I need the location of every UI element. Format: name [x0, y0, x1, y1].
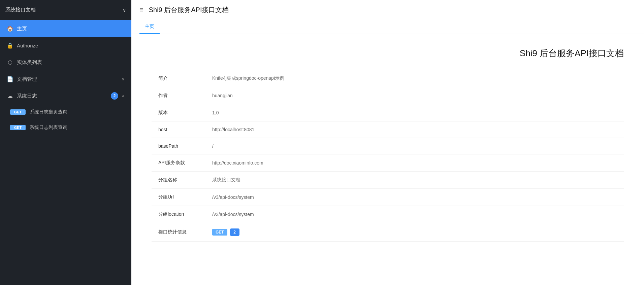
table-row: 分组Url/v3/api-docs/system [152, 189, 624, 206]
info-value: 系统接口文档 [205, 172, 624, 189]
sidebar-subitem-syslog-list[interactable]: GET 系统日志列表查询 [0, 120, 131, 135]
info-key: 分组Url [152, 189, 205, 206]
table-row: 简介Knife4j集成springdoc-openapi示例 [152, 70, 624, 87]
sidebar-item-label: 主页 [17, 26, 125, 32]
cloud-icon: ☁ [7, 93, 13, 99]
table-row: 分组location/v3/api-docs/system [152, 206, 624, 223]
info-key: host [152, 121, 205, 138]
sidebar-item-label: 系统日志 [17, 93, 107, 99]
get-method-badge: GET [10, 125, 26, 130]
info-value: /v3/api-docs/system [205, 189, 624, 206]
get-method-tag: GET [212, 229, 227, 236]
main-title: Shi9 后台服务API接口文档 [149, 5, 229, 14]
info-value: /v3/api-docs/system [205, 206, 624, 223]
chevron-up-icon: ∧ [122, 94, 125, 98]
sidebar-nav: 🏠 主页 🔒 Authorize ⬡ 实体类列表 📄 文档管理 ∨ ☁ 系统日志… [0, 20, 131, 285]
info-value: GET2 [205, 223, 624, 242]
table-row: basePath/ [152, 138, 624, 154]
table-row: API服务条款http://doc.xiaominfo.com [152, 154, 624, 172]
sidebar-item-label: 文档管理 [17, 76, 118, 82]
sidebar-item-authorize[interactable]: 🔒 Authorize [0, 37, 131, 54]
sidebar-item-syslog[interactable]: ☁ 系统日志 2 ∧ [0, 87, 131, 104]
home-icon: 🏠 [7, 26, 13, 32]
table-row: 作者huangjian [152, 87, 624, 104]
sidebar-item-home[interactable]: 🏠 主页 [0, 20, 131, 37]
info-value: huangjian [205, 87, 624, 104]
sidebar-item-docs[interactable]: 📄 文档管理 ∨ [0, 71, 131, 87]
sidebar-item-label: Authorize [17, 43, 125, 48]
sidebar-subitem-label: 系统日志列表查询 [30, 124, 67, 131]
sidebar-header-title: 系统接口文档 [5, 7, 36, 13]
sidebar-item-entities[interactable]: ⬡ 实体类列表 [0, 54, 131, 71]
chevron-down-icon: ∨ [122, 77, 125, 81]
main-content: ≡ Shi9 后台服务API接口文档 主页 Shi9 后台服务API接口文档 简… [131, 0, 644, 285]
breadcrumb-home-tab[interactable]: 主页 [139, 20, 160, 34]
sidebar-item-label: 实体类列表 [17, 59, 125, 66]
count-badge: 2 [230, 228, 239, 236]
info-key: 作者 [152, 87, 205, 104]
table-row: 接口统计信息GET2 [152, 223, 624, 242]
menu-icon[interactable]: ≡ [139, 6, 143, 14]
content-area: Shi9 后台服务API接口文档 简介Knife4j集成springdoc-op… [131, 34, 644, 285]
info-value: http://doc.xiaominfo.com [205, 154, 624, 172]
info-value: 1.0 [205, 104, 624, 121]
sidebar-subitem-syslog-page[interactable]: GET 系统日志翻页查询 [0, 104, 131, 120]
table-row: 版本1.0 [152, 104, 624, 121]
info-key: 简介 [152, 70, 205, 87]
table-row: 分组名称系统接口文档 [152, 172, 624, 189]
doc-icon: 📄 [7, 76, 13, 82]
api-doc-title: Shi9 后台服务API接口文档 [152, 47, 624, 59]
entity-icon: ⬡ [7, 59, 13, 66]
lock-icon: 🔒 [7, 42, 13, 49]
info-value: http://localhost:8081 [205, 121, 624, 138]
table-row: hosthttp://localhost:8081 [152, 121, 624, 138]
main-header: ≡ Shi9 后台服务API接口文档 [131, 0, 644, 20]
info-key: 版本 [152, 104, 205, 121]
info-key: 接口统计信息 [152, 223, 205, 242]
breadcrumb-bar: 主页 [131, 20, 644, 34]
info-key: 分组location [152, 206, 205, 223]
info-key: basePath [152, 138, 205, 154]
info-table: 简介Knife4j集成springdoc-openapi示例作者huangjia… [152, 70, 624, 242]
info-value: Knife4j集成springdoc-openapi示例 [205, 70, 624, 87]
get-method-badge: GET [10, 109, 26, 115]
info-value: / [205, 138, 624, 154]
sidebar: 系统接口文档 ∨ 🏠 主页 🔒 Authorize ⬡ 实体类列表 📄 文档管理… [0, 0, 131, 285]
info-key: API服务条款 [152, 154, 205, 172]
info-key: 分组名称 [152, 172, 205, 189]
sidebar-subitem-label: 系统日志翻页查询 [30, 109, 67, 115]
syslog-badge: 2 [111, 92, 118, 100]
chevron-down-icon: ∨ [123, 7, 126, 13]
sidebar-header[interactable]: 系统接口文档 ∨ [0, 0, 131, 20]
